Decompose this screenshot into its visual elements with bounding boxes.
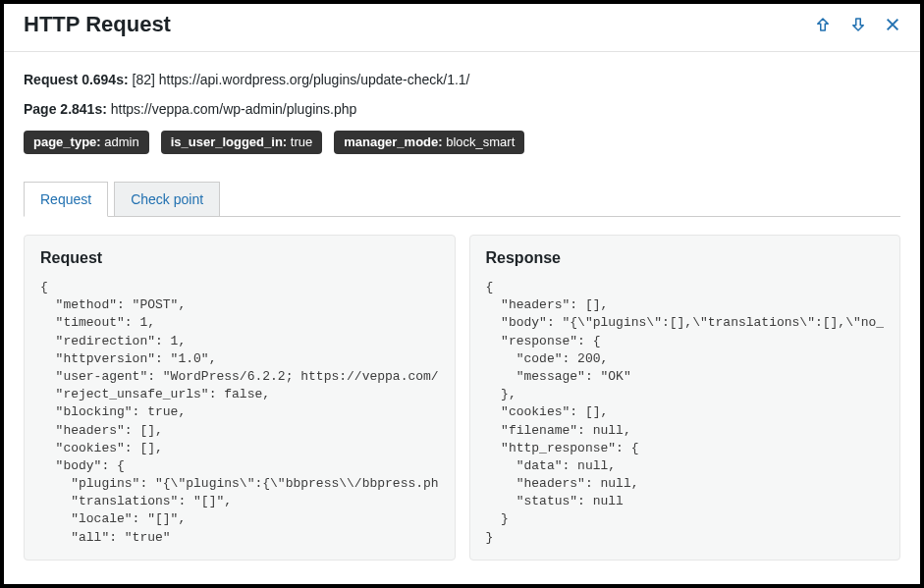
page-time: 2.841s: <box>60 101 106 117</box>
chip-page-type: page_type: admin <box>24 131 149 154</box>
page-url: https://veppa.com/wp-admin/plugins.php <box>111 101 357 117</box>
request-summary: Request 0.694s: [82] https://api.wordpre… <box>24 72 900 87</box>
response-panel: Response { "headers": [], "body": "{\"pl… <box>469 235 901 561</box>
modal-title: HTTP Request <box>24 12 171 37</box>
request-panel-title: Request <box>40 249 439 267</box>
chip-row: page_type: admin is_user_logged_in: true… <box>24 131 900 154</box>
response-panel-title: Response <box>486 249 885 267</box>
response-body-code[interactable]: { "headers": [], "body": "{\"plugins\":[… <box>486 279 885 550</box>
tab-bar: Request Check point <box>24 182 900 217</box>
arrow-up-icon[interactable] <box>814 16 832 33</box>
request-body-code[interactable]: { "method": "POST", "timeout": 1, "redir… <box>40 279 439 550</box>
request-label: Request <box>24 72 78 87</box>
content-scroll[interactable]: Request 0.694s: [82] https://api.wordpre… <box>4 52 920 584</box>
request-id: [82] <box>133 72 155 87</box>
page-label: Page <box>24 101 56 117</box>
request-panel: Request { "method": "POST", "timeout": 1… <box>24 235 456 561</box>
request-url: https://api.wordpress.org/plugins/update… <box>159 72 470 87</box>
request-time: 0.694s: <box>82 72 128 87</box>
modal-frame: HTTP Request Request 0.694s: [82] https:… <box>4 4 920 584</box>
panels: Request { "method": "POST", "timeout": 1… <box>24 217 900 561</box>
tab-checkpoint[interactable]: Check point <box>114 182 220 216</box>
chip-manager-mode: manager_mode: block_smart <box>334 131 524 154</box>
arrow-down-icon[interactable] <box>849 16 867 33</box>
page-summary: Page 2.841s: https://veppa.com/wp-admin/… <box>24 101 900 117</box>
titlebar-actions <box>814 16 900 33</box>
tab-request[interactable]: Request <box>24 182 108 217</box>
chip-logged-in: is_user_logged_in: true <box>161 131 323 154</box>
titlebar: HTTP Request <box>4 4 920 52</box>
close-icon[interactable] <box>885 17 900 32</box>
